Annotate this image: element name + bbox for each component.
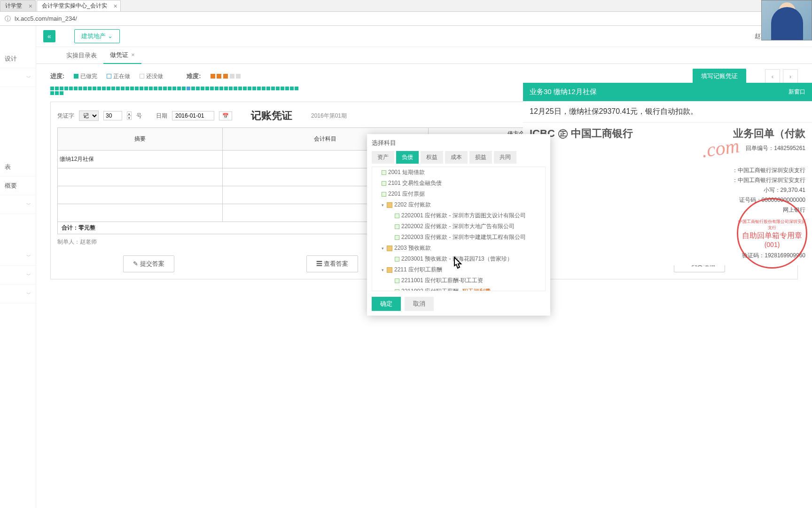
progress-box[interactable] [182, 87, 186, 90]
progress-box[interactable] [140, 87, 143, 90]
browser-tab-2[interactable]: 会计学堂实操中心_会计实 × [37, 0, 121, 11]
tree-item[interactable]: 2202001 应付账款 - 深圳市方圆图文设计有限公司 [372, 210, 545, 221]
close-icon[interactable]: × [131, 51, 135, 58]
progress-box[interactable] [187, 87, 190, 90]
nav-item-design[interactable]: 设计 [0, 49, 36, 68]
down-icon[interactable]: ▾ [127, 116, 132, 120]
progress-box[interactable] [107, 87, 110, 90]
progress-box[interactable] [154, 87, 157, 90]
progress-box[interactable] [64, 87, 68, 90]
new-window-link[interactable]: 新窗口 [789, 88, 805, 96]
ok-button[interactable]: 确定 [372, 297, 401, 311]
progress-box[interactable] [69, 87, 73, 90]
progress-box[interactable] [130, 87, 134, 90]
nav-item-overview[interactable]: 概要 [0, 176, 36, 195]
industry-dropdown[interactable]: 建筑地产 ⌄ [74, 29, 120, 43]
collapse-sidebar-button[interactable]: « [43, 30, 55, 42]
progress-box[interactable] [60, 91, 63, 95]
progress-box[interactable] [205, 87, 209, 90]
tree-item[interactable]: 2203 预收账款 [372, 243, 545, 254]
progress-box[interactable] [285, 87, 289, 90]
progress-box[interactable] [168, 87, 172, 90]
nav-item[interactable]: ﹀ [0, 247, 36, 266]
tree-item[interactable]: 2203001 预收账款 - 南海花园713（曾家珍） [372, 254, 545, 264]
nav-item-table[interactable]: 表 [0, 158, 36, 176]
dialog-tab-2[interactable]: 权益 [421, 151, 443, 164]
close-icon[interactable]: × [114, 2, 117, 10]
progress-box[interactable] [55, 87, 59, 90]
close-icon[interactable]: × [29, 2, 32, 10]
progress-box[interactable] [102, 87, 106, 90]
progress-box[interactable] [158, 87, 162, 90]
progress-box[interactable] [243, 87, 247, 90]
progress-box[interactable] [149, 87, 153, 90]
progress-box[interactable] [248, 87, 251, 90]
progress-box[interactable] [276, 87, 280, 90]
progress-box[interactable] [266, 87, 270, 90]
progress-box[interactable] [201, 87, 204, 90]
progress-box[interactable] [177, 87, 181, 90]
progress-box[interactable] [257, 87, 261, 90]
dialog-tab-1[interactable]: 负债 [396, 151, 419, 164]
tree-item[interactable]: 2211001 应付职工薪酬-职工工资 [372, 275, 545, 286]
progress-box[interactable] [163, 87, 167, 90]
tree-item[interactable]: 2211 应付职工薪酬 [372, 264, 545, 275]
nav-item[interactable]: ﹀ [0, 266, 36, 285]
dialog-tab-0[interactable]: 资产 [372, 151, 394, 164]
progress-box[interactable] [116, 87, 120, 90]
progress-box[interactable] [78, 87, 82, 90]
nav-item[interactable]: ﹀ [0, 285, 36, 303]
subject-tree[interactable]: 2001 短期借款2101 交易性金融负债2201 应付票据2202 应付账款2… [372, 167, 546, 291]
progress-box[interactable] [144, 87, 148, 90]
tree-item[interactable]: 2201 应付票据 [372, 189, 545, 199]
progress-box[interactable] [219, 87, 223, 90]
progress-box[interactable] [97, 87, 101, 90]
summary-cell[interactable] [58, 186, 223, 204]
nav-item[interactable]: ﹀ [0, 195, 36, 214]
progress-box[interactable] [172, 87, 176, 90]
tab-voucher[interactable]: 做凭证× [103, 47, 141, 64]
progress-box[interactable] [210, 87, 214, 90]
number-spinner[interactable]: ▴▾ [127, 111, 132, 120]
tree-item[interactable]: 2202002 应付账款 - 深圳市大地广告有限公司 [372, 221, 545, 232]
dialog-tab-5[interactable]: 共同 [494, 151, 516, 164]
progress-box[interactable] [121, 87, 125, 90]
progress-box[interactable] [55, 91, 59, 95]
view-answer-button[interactable]: ☰ 查看答案 [306, 255, 359, 272]
tree-item[interactable]: 2001 短期借款 [372, 167, 545, 178]
tab-directory[interactable]: 实操目录表 [60, 47, 103, 64]
summary-cell[interactable] [58, 204, 223, 222]
progress-box[interactable] [281, 87, 284, 90]
progress-box[interactable] [50, 87, 54, 90]
browser-tab-1[interactable]: 计学堂 × [0, 0, 36, 11]
progress-box[interactable] [224, 87, 228, 90]
progress-box[interactable] [196, 87, 200, 90]
progress-box[interactable] [262, 87, 265, 90]
number-input[interactable] [103, 111, 122, 120]
tree-item[interactable]: 2101 交易性金融负债 [372, 178, 545, 189]
progress-boxes[interactable] [50, 87, 299, 95]
up-icon[interactable]: ▴ [127, 111, 132, 116]
prev-button[interactable]: ‹ [765, 69, 780, 83]
tree-item[interactable]: 2211002 应付职工薪酬-职工福利费 [372, 286, 545, 291]
dialog-tab-4[interactable]: 损益 [469, 151, 492, 164]
progress-box[interactable] [229, 87, 233, 90]
progress-box[interactable] [135, 87, 139, 90]
fill-voucher-button[interactable]: 填写记账凭证 [693, 69, 746, 84]
progress-box[interactable] [111, 87, 115, 90]
tree-item[interactable]: 2202 应付账款 [372, 199, 545, 210]
address-bar[interactable]: ⓘ lx.acc5.com/main_234/ [0, 12, 812, 26]
word-select[interactable]: 记 [79, 111, 99, 121]
progress-box[interactable] [93, 87, 96, 90]
submit-button[interactable]: ✎ 提交答案 [123, 255, 174, 272]
progress-box[interactable] [271, 87, 275, 90]
tree-item[interactable]: 2202003 应付账款 - 深圳市中建建筑工程有限公司 [372, 232, 545, 243]
summary-cell[interactable] [58, 168, 223, 186]
calendar-icon[interactable]: 📅 [219, 111, 232, 120]
progress-box[interactable] [252, 87, 256, 90]
dialog-tab-3[interactable]: 成本 [445, 151, 468, 164]
progress-box[interactable] [60, 87, 63, 90]
progress-box[interactable] [83, 87, 87, 90]
summary-cell[interactable]: 缴纳12月社保 [58, 151, 223, 168]
progress-box[interactable] [88, 87, 92, 90]
